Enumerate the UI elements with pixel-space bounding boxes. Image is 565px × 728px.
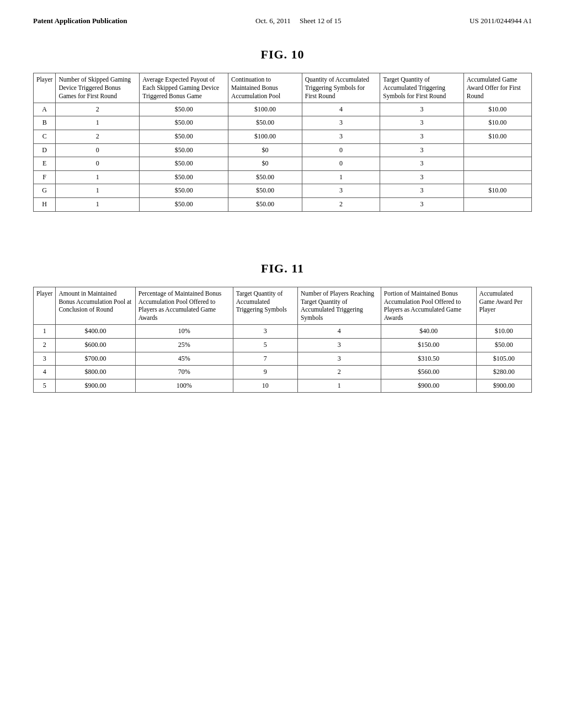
fig11-cell-col5: 1 [297,379,381,393]
table-row: 1$400.0010%34$40.00$10.00 [34,325,532,339]
fig11-cell-col4: 7 [233,352,297,366]
fig11-cell-col6: $150.00 [381,338,476,352]
fig10-cell-col6: 3 [380,170,463,184]
fig10-cell-col6: 3 [380,130,463,144]
fig11-cell-player: 1 [34,325,56,339]
fig11-cell-col4: 10 [233,379,297,393]
fig11-cell-col5: 2 [297,366,381,379]
fig10-cell-col5: 3 [302,116,380,130]
fig10-cell-col3: $50.00 [140,197,228,211]
fig11-cell-col6: $310.50 [381,352,476,366]
fig11-cell-col2: $700.00 [56,352,135,366]
fig10-cell-col6: 3 [380,143,463,157]
page: Patent Application Publication Oct. 6, 2… [0,0,565,728]
fig11-cell-col4: 3 [233,325,297,339]
table-row: 4$800.0070%92$560.00$280.00 [34,366,532,379]
fig10-cell-col2: 1 [56,184,140,198]
fig11-cell-col4: 5 [233,338,297,352]
fig11-cell-col7: $105.00 [476,352,531,366]
table-row: B1$50.00$50.0033$10.00 [34,116,532,130]
header-right: US 2011/0244944 A1 [470,17,532,25]
header-sheet: Sheet 12 of 15 [300,17,341,25]
fig10-cell-col6: 3 [380,184,463,198]
table-row: 5$900.00100%101$900.00$900.00 [34,379,532,393]
fig10-cell-col4: $50.00 [228,170,302,184]
fig10-col4-header: Continuation to Maintained Bonus Accumul… [228,73,302,103]
fig10-cell-col2: 2 [56,130,140,144]
fig11-cell-player: 3 [34,352,56,366]
table-row: A2$50.00$100.0043$10.00 [34,103,532,116]
fig10-cell-col7: $10.00 [463,130,531,144]
fig11-cell-col3: 10% [135,325,233,339]
spacer [33,239,532,261]
fig10-cell-col4: $50.00 [228,184,302,198]
fig10-table-container: Player Number of Skipped Gaming Device T… [33,73,532,212]
fig10-cell-col5: 0 [302,157,380,171]
fig11-cell-col2: $400.00 [56,325,135,339]
fig10-cell-col4: $50.00 [228,116,302,130]
fig11-cell-player: 2 [34,338,56,352]
fig10-cell-col7 [463,170,531,184]
fig10-cell-col4: $0 [228,157,302,171]
fig10-col7-header: Accumulated Game Award Offer for First R… [463,73,531,103]
fig10-cell-col3: $50.00 [140,157,228,171]
fig11-title: FIG. 11 [33,261,532,276]
fig11-table-container: Player Amount in Maintained Bonus Accumu… [33,287,532,393]
table-row: F1$50.00$50.0013 [34,170,532,184]
fig10-col5-header: Quantity of Accumulated Triggering Symbo… [302,73,380,103]
fig11-col3-header: Percentage of Maintained Bonus Accumulat… [135,287,233,325]
fig10-table: Player Number of Skipped Gaming Device T… [33,73,532,212]
fig10-cell-player: G [34,184,56,198]
fig10-cell-col2: 0 [56,157,140,171]
fig11-cell-player: 4 [34,366,56,379]
fig11-table: Player Amount in Maintained Bonus Accumu… [33,287,532,393]
fig10-cell-col7: $10.00 [463,116,531,130]
fig10-cell-player: E [34,157,56,171]
fig10-cell-col5: 4 [302,103,380,116]
header-left: Patent Application Publication [33,17,127,25]
fig11-col1-header: Player [34,287,56,325]
fig10-cell-col5: 3 [302,130,380,144]
fig10-cell-col6: 3 [380,103,463,116]
fig10-cell-player: F [34,170,56,184]
fig10-cell-col3: $50.00 [140,184,228,198]
fig10-cell-col6: 3 [380,157,463,171]
fig10-cell-col5: 2 [302,197,380,211]
fig10-cell-col4: $100.00 [228,103,302,116]
table-row: H1$50.00$50.0023 [34,197,532,211]
fig10-cell-col3: $50.00 [140,103,228,116]
fig10-cell-col4: $50.00 [228,197,302,211]
fig10-col3-header: Average Expected Payout of Each Skipped … [140,73,228,103]
fig11-cell-col2: $600.00 [56,338,135,352]
fig11-col2-header: Amount in Maintained Bonus Accumulation … [56,287,135,325]
fig11-col4-header: Target Quantity of Accumulated Triggerin… [233,287,297,325]
table-row: 3$700.0045%73$310.50$105.00 [34,352,532,366]
fig10-cell-col3: $50.00 [140,170,228,184]
fig10-cell-col7: $10.00 [463,103,531,116]
fig10-cell-col7 [463,143,531,157]
fig10-cell-col6: 3 [380,197,463,211]
fig10-col2-header: Number of Skipped Gaming Device Triggere… [56,73,140,103]
page-header: Patent Application Publication Oct. 6, 2… [33,17,532,25]
fig10-cell-col2: 1 [56,116,140,130]
fig10-cell-col6: 3 [380,116,463,130]
fig10-col1-header: Player [34,73,56,103]
fig11-cell-col3: 100% [135,379,233,393]
fig10-cell-player: A [34,103,56,116]
fig11-cell-col6: $40.00 [381,325,476,339]
fig10-cell-col4: $0 [228,143,302,157]
fig11-cell-col3: 25% [135,338,233,352]
fig11-cell-col7: $50.00 [476,338,531,352]
fig11-cell-col6: $900.00 [381,379,476,393]
fig11-cell-col2: $800.00 [56,366,135,379]
fig10-cell-player: H [34,197,56,211]
fig10-cell-col2: 2 [56,103,140,116]
fig10-cell-col2: 1 [56,170,140,184]
fig10-cell-player: D [34,143,56,157]
fig11-cell-col3: 70% [135,366,233,379]
fig10-cell-col5: 3 [302,184,380,198]
fig10-cell-col2: 1 [56,197,140,211]
fig11-cell-col7: $280.00 [476,366,531,379]
fig11-col7-header: Accumulated Game Award Per Player [476,287,531,325]
fig10-cell-col7: $10.00 [463,184,531,198]
